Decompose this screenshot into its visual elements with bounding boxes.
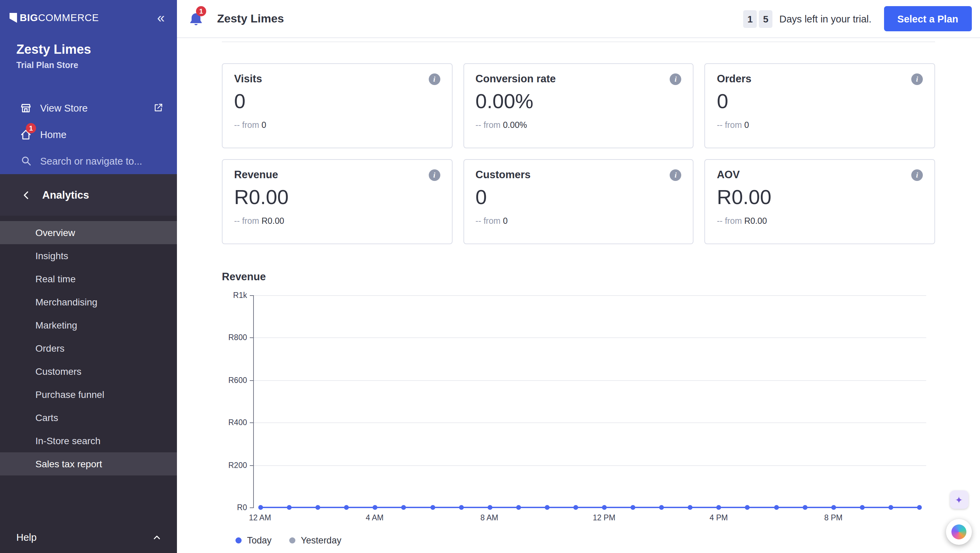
section-title: Analytics <box>42 189 89 201</box>
stat-delta: -- from 0 <box>476 216 681 226</box>
chevron-up-icon <box>150 531 163 544</box>
y-tick-label: R200 <box>228 461 247 469</box>
info-icon[interactable]: i <box>428 169 440 181</box>
info-icon[interactable]: i <box>428 73 440 85</box>
store-plan-label: Trial Plan Store <box>16 60 161 70</box>
stat-title: Orders <box>717 73 752 85</box>
stat-delta: -- from 0 <box>717 121 923 130</box>
stat-delta-value: R0.00 <box>744 216 767 226</box>
ai-assistant-button[interactable] <box>946 519 972 545</box>
y-axis-tick <box>250 380 254 381</box>
back-chevron-icon[interactable] <box>20 188 33 202</box>
stat-card-revenue: Revenue i R0.00 -- from R0.00 <box>222 159 452 244</box>
data-point <box>373 505 378 510</box>
page-title: Zesty Limes <box>217 12 284 25</box>
legend-label: Yesterday <box>301 536 341 545</box>
store-icon <box>19 101 33 114</box>
data-point <box>917 505 922 510</box>
data-point <box>717 505 721 510</box>
legend-dot <box>289 537 295 543</box>
stat-card-visits: Visits i 0 -- from 0 <box>222 63 452 148</box>
sidebar-item-merchandising[interactable]: Merchandising <box>0 291 177 313</box>
legend-label: Today <box>247 536 272 545</box>
stat-title: Visits <box>234 73 262 85</box>
info-icon[interactable]: i <box>670 73 682 85</box>
stat-delta: -- from R0.00 <box>234 216 440 226</box>
trial-days-digit-1: 1 <box>743 10 757 27</box>
y-tick-label: R600 <box>228 376 247 384</box>
gridline <box>254 295 926 296</box>
stat-delta-prefix: -- from <box>234 216 262 226</box>
sidebar-item-view-store[interactable]: View Store <box>0 95 177 121</box>
notifications-bell-icon[interactable]: 1 <box>188 10 206 28</box>
sidebar-item-carts[interactable]: Carts <box>0 406 177 429</box>
sidebar-item-label: Merchandising <box>35 297 97 307</box>
logo-text-big: BIG <box>20 12 38 23</box>
logo-row: BIGCOMMERCE « <box>0 0 177 35</box>
sidebar-collapse-button[interactable]: « <box>157 11 165 24</box>
sparkle-icon: ✦ <box>955 494 963 505</box>
data-point <box>630 505 635 510</box>
gridline <box>254 380 926 381</box>
stat-title: Revenue <box>234 169 278 181</box>
help-button[interactable]: Help <box>0 522 177 553</box>
trial-countdown: 1 5 Days left in your trial. <box>743 10 872 27</box>
sidebar-item-customers[interactable]: Customers <box>0 360 177 383</box>
info-icon[interactable]: i <box>911 169 923 181</box>
chart-title: Revenue <box>222 271 935 283</box>
sidebar-item-insights[interactable]: Insights <box>0 244 177 267</box>
gridline <box>254 423 926 423</box>
x-tick-label: 12 PM <box>593 513 616 522</box>
stat-title: Customers <box>476 169 530 181</box>
bell-notification-badge: 1 <box>196 6 206 16</box>
stat-delta-value: 0 <box>503 216 508 226</box>
sidebar-item-orders[interactable]: Orders <box>0 337 177 360</box>
stat-value: R0.00 <box>234 186 440 209</box>
sidebar-search[interactable]: Search or navigate to... <box>0 148 177 174</box>
data-point <box>545 505 550 510</box>
stat-value: 0.00% <box>476 90 681 113</box>
x-tick-label: 4 PM <box>710 513 728 522</box>
info-icon[interactable]: i <box>670 169 682 181</box>
sidebar-item-home[interactable]: 1 Home <box>0 121 177 148</box>
chart-x-axis: 12 AM4 AM8 AM12 PM4 PM8 PM <box>253 513 926 524</box>
sidebar-item-marketing[interactable]: Marketing <box>0 313 177 337</box>
media-assistant-button[interactable]: ✦ <box>950 490 968 509</box>
sidebar-item-label: Real time <box>35 273 76 284</box>
search-placeholder: Search or navigate to... <box>40 156 165 166</box>
data-point <box>602 505 607 510</box>
data-point <box>315 505 320 510</box>
bigcommerce-logo-mark <box>10 13 17 23</box>
select-a-plan-button[interactable]: Select a Plan <box>884 6 972 31</box>
stat-value: 0 <box>476 186 681 209</box>
sidebar-item-label: Purchase funnel <box>35 389 104 400</box>
floating-buttons: ✦ <box>946 490 972 545</box>
x-tick-label: 4 AM <box>366 513 383 522</box>
y-axis-tick <box>250 295 254 296</box>
stat-title: Conversion rate <box>476 73 556 85</box>
stat-value: 0 <box>234 90 440 113</box>
stat-delta-prefix: -- from <box>717 121 745 130</box>
external-link-icon <box>151 101 165 114</box>
search-icon <box>19 154 33 168</box>
data-point <box>573 505 578 510</box>
sidebar-item-real-time[interactable]: Real time <box>0 267 177 291</box>
sidebar-item-overview[interactable]: Overview <box>0 221 177 244</box>
data-point <box>888 505 893 510</box>
sidebar-item-purchase-funnel[interactable]: Purchase funnel <box>0 383 177 406</box>
collapse-icon: « <box>157 10 165 25</box>
analytics-section-header: Analytics <box>0 174 177 216</box>
legend-item-today[interactable]: Today <box>235 536 272 545</box>
stat-card-aov: AOV i R0.00 -- from R0.00 <box>705 159 935 244</box>
chart-body: R1kR800R600R400R200R0 <box>222 295 935 507</box>
data-point <box>258 505 263 510</box>
sidebar-item-in-store-search[interactable]: In-Store search <box>0 429 177 452</box>
info-icon[interactable]: i <box>911 73 923 85</box>
sidebar-item-label: Orders <box>35 343 65 354</box>
data-point <box>774 505 778 510</box>
home-label: Home <box>40 129 165 140</box>
trial-text: Days left in your trial. <box>779 13 872 24</box>
top-header: 1 Zesty Limes 1 5 Days left in your tria… <box>177 0 980 38</box>
legend-item-yesterday[interactable]: Yesterday <box>289 536 341 545</box>
sidebar-item-sales-tax-report[interactable]: Sales tax report <box>0 452 177 475</box>
